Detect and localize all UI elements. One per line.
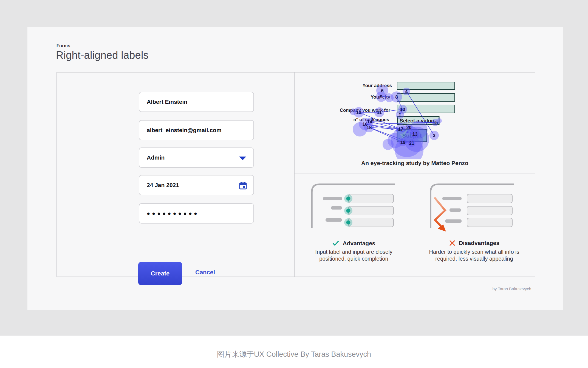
cross-icon: [449, 240, 456, 246]
form-row: Password●●●●●●●●●●: [57, 203, 294, 224]
form-row: Emailalbert_einstein@gmail.com: [57, 120, 294, 140]
fixation-number: 10: [400, 107, 405, 112]
valid-to-input[interactable]: 24 Jan 2021: [139, 175, 254, 195]
calendar-icon: [239, 181, 247, 190]
fixation-number: 20: [406, 125, 412, 130]
fixation-number: 11: [377, 110, 382, 115]
create-button[interactable]: Create: [138, 262, 182, 285]
password-input[interactable]: ●●●●●●●●●●: [139, 203, 254, 224]
fixation-number: 9: [380, 94, 382, 99]
advantages-title: Advantages: [295, 240, 413, 247]
advantages-panel: Advantages Input label and input are clo…: [294, 174, 413, 277]
disadvantages-text: Harder to quickly scan what all info is …: [413, 249, 535, 262]
advantages-title-label: Advantages: [343, 240, 375, 247]
zigzag-arrow-icon: [434, 197, 446, 232]
study-field-label: Your address: [363, 83, 392, 88]
full-name-input[interactable]: Albert Einstein: [139, 92, 254, 112]
fixation-number: 8: [395, 94, 398, 100]
check-icon: [332, 240, 339, 247]
form-row: User roleAdmin: [57, 147, 294, 168]
disadvantages-panel: Disadvantages Harder to quickly scan wha…: [413, 174, 535, 277]
section-eyebrow: Forms: [56, 43, 70, 48]
fixation-number: 13: [412, 132, 418, 137]
disadvantages-schematic: [427, 182, 518, 234]
fixation-number: 4: [405, 89, 408, 94]
fixation-number: 3: [433, 133, 435, 138]
fixation-number: 6: [381, 88, 383, 93]
schematic-row: [450, 206, 512, 215]
focus-dot: [346, 209, 350, 213]
schematic-row: [326, 218, 394, 227]
form-row: Full NameAlbert Einstein: [57, 92, 294, 112]
image-source-caption: 图片来源于UX Collective By Taras Bakusevych: [0, 349, 588, 359]
form-panel: Full NameAlbert EinsteinEmailalbert_eins…: [56, 72, 295, 277]
author-credit: by Taras Bakusevych: [493, 286, 531, 291]
fixation-number: 12: [356, 110, 361, 115]
fixation-number: 18: [367, 125, 372, 130]
schematic-row: [331, 206, 394, 215]
fixation-number: 19: [400, 140, 406, 145]
eye-tracking-panel: Select a valueSubmitYour addressYour cit…: [294, 72, 535, 174]
fixation-number: 14: [367, 119, 372, 124]
chevron-down-icon: [239, 157, 246, 160]
schematic-row: [442, 194, 512, 203]
fixation-circle: [383, 139, 394, 150]
fixation-number: 1: [398, 112, 401, 118]
fixation-number: 15: [433, 120, 438, 125]
schematic-row: [445, 218, 512, 227]
eye-tracking-diagram: Select a valueSubmitYour addressYour cit…: [295, 73, 535, 159]
schematic-row: [323, 194, 394, 203]
advantages-text: Input label and input are closely positi…: [295, 249, 413, 262]
fixation-number: 21: [409, 141, 414, 146]
user-role-input[interactable]: Admin: [139, 147, 254, 168]
focus-dot: [346, 221, 350, 225]
disadvantages-title-label: Disadvantages: [459, 240, 499, 246]
eye-study-caption: An eye-tracking study by Matteo Penzo: [295, 160, 535, 166]
focus-dot: [346, 197, 350, 201]
advantages-schematic: [309, 182, 399, 231]
fixation-number: 17: [398, 127, 403, 132]
article-card: Forms Right-aligned labels Full NameAlbe…: [27, 27, 563, 310]
email-input[interactable]: albert_einstein@gmail.com: [139, 120, 254, 140]
form-row: Valid to24 Jan 2021: [57, 175, 294, 195]
cancel-button[interactable]: Cancel: [195, 269, 215, 276]
page-title: Right-aligned labels: [56, 49, 149, 61]
disadvantages-title: Disadvantages: [413, 240, 535, 246]
